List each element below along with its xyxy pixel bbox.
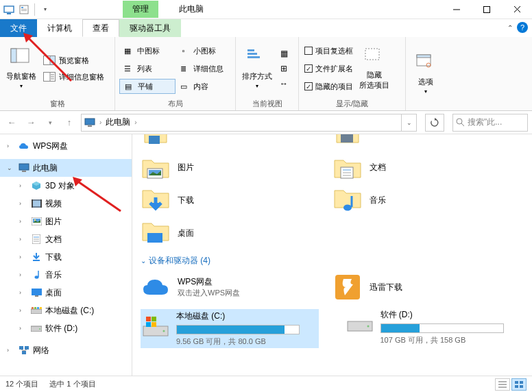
tab-file[interactable]: 文件 <box>0 19 37 37</box>
hidden-items-toggle[interactable]: ✓隐藏的项目 <box>303 79 354 94</box>
maximize-button[interactable] <box>472 0 502 19</box>
svg-rect-84 <box>520 385 523 388</box>
svg-point-71 <box>163 330 165 332</box>
options-button[interactable]: 选项▾ <box>410 40 442 108</box>
details-button[interactable]: ≣详细信息 <box>176 61 232 76</box>
folder-pictures[interactable]: 图片 <box>141 151 305 184</box>
svg-rect-21 <box>247 56 260 58</box>
pc-icon <box>18 162 30 173</box>
qat-properties-icon[interactable] <box>18 3 30 16</box>
hide-selected-button[interactable]: 隐藏 所选项目 <box>357 40 391 97</box>
tab-computer[interactable]: 计算机 <box>37 19 82 37</box>
size-columns-icon[interactable]: ↔ <box>277 77 291 90</box>
sidebar-item-disk-c[interactable]: ›本地磁盘 (C:) <box>0 302 132 319</box>
svg-line-57 <box>21 350 24 351</box>
status-item-count: 12 个项目 <box>5 379 38 389</box>
item-xunlei[interactable]: 迅雷下载 <box>332 271 497 304</box>
details-pane-button[interactable]: 详细信息窗格 <box>41 69 106 84</box>
svg-rect-30 <box>19 164 29 170</box>
svg-rect-35 <box>40 199 42 208</box>
search-input[interactable]: 搜索"此... <box>452 114 528 132</box>
chevron-right-icon[interactable]: › <box>7 143 15 149</box>
list-button[interactable]: ☰列表 <box>119 61 176 76</box>
list-item[interactable] <box>141 134 305 148</box>
recent-locations-button[interactable]: ▾ <box>43 114 58 132</box>
item-checkboxes-toggle[interactable]: 项目复选框 <box>303 43 354 58</box>
chevron-right-icon[interactable]: › <box>134 119 136 126</box>
drive-c[interactable]: 本地磁盘 (C:) 9.56 GB 可用，共 80.0 GB <box>141 309 319 348</box>
svg-point-67 <box>343 205 352 211</box>
add-columns-icon[interactable]: ⊞ <box>277 62 291 75</box>
item-wps-drive[interactable]: WPS网盘双击进入WPS网盘 <box>141 271 305 304</box>
sidebar-item-pictures[interactable]: ›图片 <box>0 212 132 230</box>
svg-rect-46 <box>35 295 38 297</box>
details-view-button[interactable] <box>495 378 510 391</box>
sidebar-item-3d-objects[interactable]: ›3D 对象 <box>0 177 132 195</box>
svg-rect-56 <box>22 351 26 354</box>
group-by-icon[interactable]: ▦ <box>277 47 291 60</box>
svg-rect-82 <box>520 381 523 384</box>
qat-dropdown-icon[interactable]: ▾ <box>39 3 51 16</box>
drive-usage-bar <box>176 325 300 334</box>
sort-by-button[interactable]: 排序方式▾ <box>240 40 274 97</box>
file-extensions-toggle[interactable]: ✓文件扩展名 <box>303 61 354 76</box>
sidebar-item-network[interactable]: ›网络 <box>0 341 132 359</box>
svg-rect-11 <box>11 49 16 62</box>
sidebar-item-videos[interactable]: ›视频 <box>0 195 132 212</box>
minimize-button[interactable] <box>442 0 472 19</box>
up-button[interactable]: ↑ <box>62 114 77 132</box>
svg-rect-1 <box>7 13 11 14</box>
content-pane: 图片 文档 下载 音乐 桌面 ⌄设备和驱动器 (4) <box>132 134 532 376</box>
sidebar-item-desktop[interactable]: ›桌面 <box>0 284 132 302</box>
svg-point-77 <box>367 326 369 328</box>
svg-rect-55 <box>25 346 29 350</box>
tiles-button[interactable]: ▤平铺 <box>119 79 176 94</box>
svg-rect-72 <box>146 317 151 321</box>
sidebar-item-downloads[interactable]: ›下载 <box>0 248 132 266</box>
svg-rect-74 <box>146 322 151 327</box>
folder-music[interactable]: 音乐 <box>332 184 497 217</box>
list-item[interactable] <box>332 134 497 148</box>
tab-drive-tools[interactable]: 驱动器工具 <box>119 19 181 37</box>
address-bar[interactable]: › 此电脑 › <box>81 114 402 132</box>
collapse-ribbon-icon[interactable]: ⌃ <box>507 24 513 32</box>
sidebar-item-disk-d[interactable]: ›软件 (D:) <box>0 319 132 337</box>
content-button[interactable]: ▭内容 <box>176 79 232 94</box>
sidebar-item-music[interactable]: ›音乐 <box>0 266 132 284</box>
sidebar-item-wps[interactable]: ›WPS网盘 <box>0 137 132 155</box>
svg-rect-34 <box>32 199 33 208</box>
folder-icon <box>332 185 363 215</box>
chevron-right-icon[interactable]: › <box>99 119 101 126</box>
forward-button[interactable]: → <box>23 114 38 132</box>
drive-d[interactable]: 软件 (D:) 107 GB 可用，共 158 GB <box>346 309 524 348</box>
sidebar-item-this-pc[interactable]: ⌄此电脑 <box>0 159 132 177</box>
system-icon[interactable] <box>3 3 15 16</box>
chevron-down-icon[interactable]: ⌄ <box>7 164 15 171</box>
breadcrumb-this-pc[interactable]: 此电脑 <box>106 117 130 128</box>
small-icons-button[interactable]: ▫小图标 <box>176 43 232 58</box>
refresh-button[interactable] <box>425 114 444 132</box>
sidebar-item-documents[interactable]: ›文档 <box>0 230 132 248</box>
close-button[interactable] <box>502 0 532 19</box>
preview-pane-button[interactable]: 预览窗格 <box>41 53 106 68</box>
medium-icons-button[interactable]: ▦中图标 <box>119 43 176 58</box>
tab-view[interactable]: 查看 <box>82 19 119 37</box>
download-icon <box>30 252 43 262</box>
network-icon <box>18 345 30 356</box>
section-devices-header[interactable]: ⌄设备和驱动器 (4) <box>141 255 524 267</box>
pc-icon <box>84 118 95 127</box>
folder-documents[interactable]: 文档 <box>332 151 497 184</box>
folder-desktop[interactable]: 桌面 <box>141 217 305 249</box>
context-tab-title: 管理 <box>123 1 158 18</box>
drive-icon <box>346 309 374 336</box>
chevron-down-icon[interactable]: ⌄ <box>141 257 146 265</box>
navigation-pane-button[interactable]: 导航窗格 ▾ <box>4 40 38 97</box>
tiles-view-button[interactable] <box>511 378 527 391</box>
address-dropdown[interactable]: ⌄ <box>402 114 417 132</box>
folder-downloads[interactable]: 下载 <box>141 184 305 217</box>
svg-rect-48 <box>32 307 34 309</box>
help-icon[interactable]: ? <box>517 22 528 33</box>
svg-point-44 <box>35 275 39 278</box>
back-button[interactable]: ← <box>4 114 19 132</box>
svg-rect-19 <box>247 49 254 51</box>
